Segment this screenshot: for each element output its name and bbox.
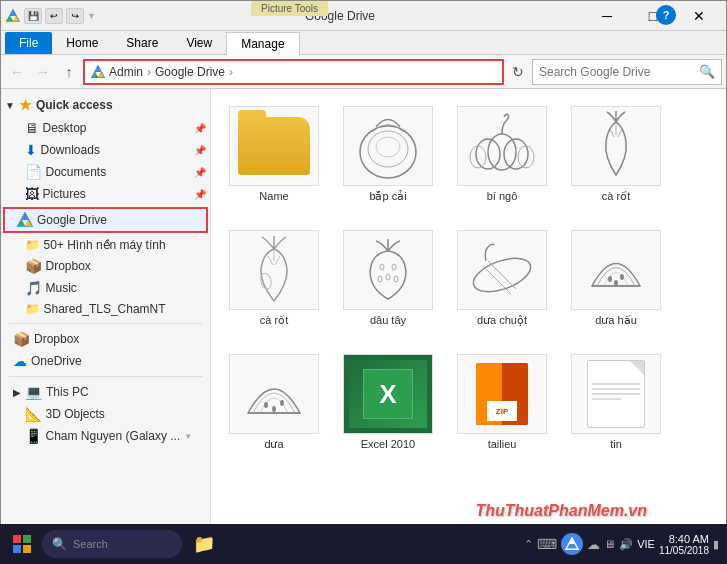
sidebar-item-pictures[interactable]: 🖼 Pictures 📌 bbox=[1, 183, 210, 205]
file-item-ca-rot2[interactable]: cà rốt bbox=[219, 221, 329, 341]
close-button[interactable]: ✕ bbox=[676, 1, 722, 31]
address-input[interactable]: Admin › Google Drive › bbox=[83, 59, 504, 85]
file-item-dua-chuot[interactable]: dưa chuột bbox=[447, 221, 557, 341]
file-item-bap-cai[interactable]: bắp cải bbox=[333, 97, 443, 217]
taskbar: 🔍 Search 📁 ⌃ ⌨ ☁ 🖥 🔊 VIE 8:40 AM 11/05/2… bbox=[0, 524, 727, 564]
breadcrumb-admin: Admin bbox=[109, 65, 143, 79]
window-controls: ─ □ ✕ bbox=[584, 1, 722, 31]
file-item-dua[interactable]: dưa bbox=[219, 345, 329, 465]
redo-btn[interactable]: ↩ bbox=[66, 8, 84, 24]
clock[interactable]: 8:40 AM 11/05/2018 bbox=[659, 533, 709, 556]
sidebar-item-cham-nguyen[interactable]: 📱 Cham Nguyen (Galaxy ... ▼ bbox=[1, 425, 210, 447]
chevron-down-icon: ▼ bbox=[5, 100, 15, 111]
indent-spacer9 bbox=[13, 409, 21, 419]
tab-file[interactable]: File bbox=[5, 32, 52, 54]
pin-icon-pictures: 📌 bbox=[194, 189, 206, 200]
file-thumb-ca-rot bbox=[571, 106, 661, 186]
file-thumb-dua bbox=[229, 354, 319, 434]
ribbon-tabs: File Home Share View Manage bbox=[1, 31, 726, 55]
file-item-ca-rot[interactable]: cà rốt bbox=[561, 97, 671, 217]
tab-share[interactable]: Share bbox=[112, 32, 172, 54]
sidebar-item-shared-tls[interactable]: 📁 Shared_TLS_ChamNT bbox=[1, 299, 210, 319]
file-item-dua-hau[interactable]: dưa hấu bbox=[561, 221, 671, 341]
sidebar-item-onedrive[interactable]: ☁ OneDrive bbox=[1, 350, 210, 372]
sidebar-item-dropbox[interactable]: 📦 Dropbox bbox=[1, 328, 210, 350]
svg-point-32 bbox=[280, 400, 284, 406]
svg-rect-36 bbox=[23, 535, 31, 543]
sidebar-item-50plus[interactable]: 📁 50+ Hình nền máy tính bbox=[1, 235, 210, 255]
search-icon: 🔍 bbox=[699, 64, 715, 79]
tab-home[interactable]: Home bbox=[52, 32, 112, 54]
file-item-bi-ngo[interactable]: bí ngô bbox=[447, 97, 557, 217]
tray-icon-monitor[interactable]: 🖥 bbox=[604, 538, 615, 550]
quick-save-btn[interactable]: 💾 bbox=[24, 8, 42, 24]
folder-tab bbox=[238, 110, 266, 118]
dua-svg bbox=[230, 355, 318, 433]
file-item-excel[interactable]: X Excel 2010 bbox=[333, 345, 443, 465]
file-thumb-bap-cai bbox=[343, 106, 433, 186]
breadcrumb-sep1: › bbox=[147, 65, 151, 79]
search-input[interactable] bbox=[539, 65, 695, 79]
dropdown-arrow[interactable]: ▼ bbox=[87, 11, 96, 21]
taskbar-search[interactable]: 🔍 Search bbox=[42, 530, 182, 558]
document-shape bbox=[587, 360, 645, 428]
excel-icon: X bbox=[349, 360, 427, 428]
sidebar-item-label-documents: Documents bbox=[46, 165, 107, 179]
download-icon: ⬇ bbox=[25, 142, 37, 158]
tray-icon-keyboard[interactable]: ⌨ bbox=[537, 536, 557, 552]
help-icon[interactable]: ? bbox=[656, 5, 676, 25]
dau-tay-svg bbox=[344, 231, 432, 309]
tab-view[interactable]: View bbox=[172, 32, 226, 54]
file-item-name-folder[interactable]: Name bbox=[219, 97, 329, 217]
sidebar-item-google-drive[interactable]: Google Drive bbox=[3, 207, 208, 233]
minimize-button[interactable]: ─ bbox=[584, 1, 630, 31]
sidebar-item-label-cham: Cham Nguyen (Galaxy ... bbox=[46, 429, 181, 443]
quick-access-header[interactable]: ▼ ★ Quick access bbox=[1, 93, 210, 117]
file-thumb-excel: X bbox=[343, 354, 433, 434]
svg-point-27 bbox=[608, 276, 612, 282]
sidebar-item-dropbox-sync[interactable]: 📦 Dropbox bbox=[1, 255, 210, 277]
file-item-dau-tay[interactable]: dâu tây bbox=[333, 221, 443, 341]
tab-manage[interactable]: Manage bbox=[226, 32, 299, 56]
sidebar-item-downloads[interactable]: ⬇ Downloads 📌 bbox=[1, 139, 210, 161]
search-box[interactable]: 🔍 bbox=[532, 59, 722, 85]
svg-point-22 bbox=[392, 264, 396, 270]
indent-spacer8 bbox=[13, 304, 21, 314]
bi-ngo-svg bbox=[458, 107, 546, 185]
doc-line3 bbox=[592, 393, 640, 395]
winzip-shape: ZIP bbox=[468, 360, 536, 428]
music-icon: 🎵 bbox=[25, 280, 42, 296]
refresh-button[interactable]: ↻ bbox=[506, 60, 530, 84]
folder-shape bbox=[238, 117, 310, 175]
file-item-tailieu[interactable]: ZIP tailieu bbox=[447, 345, 557, 465]
indent-spacer3 bbox=[13, 167, 21, 177]
file-item-tin[interactable]: tin bbox=[561, 345, 671, 465]
file-thumb-ca-rot2 bbox=[229, 230, 319, 310]
undo-btn[interactable]: ↩ bbox=[45, 8, 63, 24]
sidebar-item-desktop[interactable]: 🖥 Desktop 📌 bbox=[1, 117, 210, 139]
file-label-tin: tin bbox=[610, 438, 622, 450]
taskbar-explorer[interactable]: 📁 bbox=[188, 528, 220, 560]
svg-point-33 bbox=[272, 406, 276, 412]
up-button[interactable]: ↑ bbox=[57, 60, 81, 84]
tray-arrow[interactable]: ⌃ bbox=[524, 538, 533, 551]
3d-icon: 📐 bbox=[25, 406, 42, 422]
language-indicator[interactable]: VIE bbox=[637, 538, 655, 550]
indent-spacer5 bbox=[13, 240, 21, 250]
show-desktop-btn[interactable]: ▮ bbox=[713, 538, 719, 551]
tray-icon-volume[interactable]: 🔊 bbox=[619, 538, 633, 551]
indent-spacer7 bbox=[13, 283, 21, 293]
forward-button[interactable]: → bbox=[31, 60, 55, 84]
start-button[interactable] bbox=[4, 526, 40, 562]
ca-rot-svg bbox=[572, 107, 660, 185]
back-button[interactable]: ← bbox=[5, 60, 29, 84]
sidebar-item-this-pc[interactable]: ▶ 💻 This PC bbox=[1, 381, 210, 403]
tray-icon-cloud[interactable]: ☁ bbox=[587, 537, 600, 552]
sidebar-item-3dobjects[interactable]: 📐 3D Objects bbox=[1, 403, 210, 425]
sidebar-item-music[interactable]: 🎵 Music bbox=[1, 277, 210, 299]
sidebar-item-documents[interactable]: 📄 Documents 📌 bbox=[1, 161, 210, 183]
desktop-icon: 🖥 bbox=[25, 120, 39, 136]
sidebar-item-label-dropbox-sync: Dropbox bbox=[46, 259, 91, 273]
file-label-ca-rot: cà rốt bbox=[602, 190, 630, 203]
tray-gdrive-icon[interactable] bbox=[561, 533, 583, 555]
